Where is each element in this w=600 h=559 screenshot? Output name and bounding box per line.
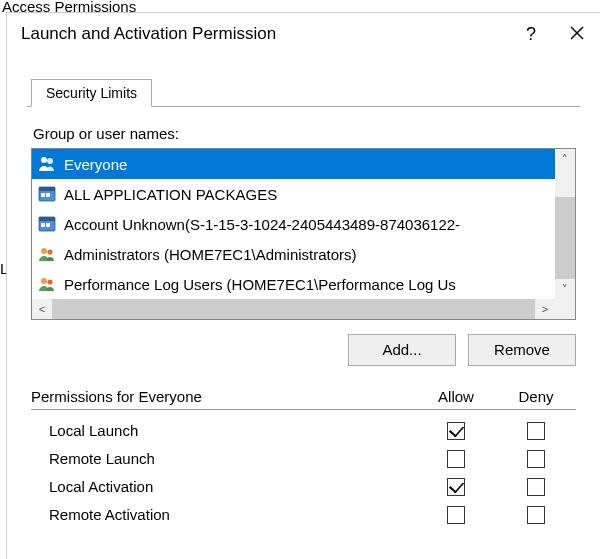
svg-rect-6 xyxy=(41,193,45,197)
deny-checkbox[interactable] xyxy=(527,506,545,524)
list-item[interactable]: Account Unknown(S-1-15-3-1024-2405443489… xyxy=(32,209,555,239)
svg-rect-7 xyxy=(46,193,50,197)
dialog-title: Launch and Activation Permission xyxy=(21,24,508,44)
permission-label: Remote Launch xyxy=(49,450,416,467)
allow-checkbox[interactable] xyxy=(447,478,465,496)
group-listbox[interactable]: EveryoneALL APPLICATION PACKAGESAccount … xyxy=(31,148,576,320)
permission-row: Local Launch xyxy=(31,416,576,444)
list-item-label: ALL APPLICATION PACKAGES xyxy=(64,186,277,203)
close-button[interactable] xyxy=(554,13,600,55)
horizontal-scrollbar[interactable]: < > xyxy=(32,299,555,319)
svg-point-3 xyxy=(47,158,53,164)
allow-checkbox[interactable] xyxy=(447,506,465,524)
list-item-label: Account Unknown(S-1-15-3-1024-2405443489… xyxy=(64,216,460,233)
list-item-label: Performance Log Users (HOME7EC1\Performa… xyxy=(64,276,456,293)
svg-rect-10 xyxy=(41,223,45,227)
tabstrip: Security Limits xyxy=(27,79,580,107)
permission-row: Remote Activation xyxy=(31,500,576,528)
scroll-corner xyxy=(555,299,575,319)
package-icon xyxy=(36,183,58,205)
permissions-header: Permissions for Everyone Allow Deny xyxy=(31,388,576,410)
hscroll-thumb[interactable] xyxy=(52,299,535,319)
group-label: Group or user names: xyxy=(33,125,580,142)
list-item-label: Administrators (HOME7EC1\Administrators) xyxy=(64,246,357,263)
users-icon xyxy=(36,243,58,265)
users-icon xyxy=(36,273,58,295)
scroll-left-icon[interactable]: < xyxy=(32,299,52,319)
svg-rect-5 xyxy=(39,187,55,191)
svg-point-13 xyxy=(47,249,52,254)
list-item-label: Everyone xyxy=(64,156,127,173)
permission-row: Local Activation xyxy=(31,472,576,500)
add-button[interactable]: Add... xyxy=(348,334,456,366)
svg-point-15 xyxy=(47,279,52,284)
permission-label: Local Launch xyxy=(49,422,416,439)
scroll-up-icon[interactable]: ˄ xyxy=(555,149,575,169)
package-icon xyxy=(36,213,58,235)
help-button[interactable]: ? xyxy=(508,13,554,55)
remove-button[interactable]: Remove xyxy=(468,334,576,366)
svg-point-14 xyxy=(41,278,47,284)
list-item[interactable]: Performance Log Users (HOME7EC1\Performa… xyxy=(32,269,555,299)
allow-header: Allow xyxy=(416,388,496,405)
dialog: Launch and Activation Permission ? Secur… xyxy=(6,12,600,559)
permission-label: Local Activation xyxy=(49,478,416,495)
permission-label: Remote Activation xyxy=(49,506,416,523)
tab-security-limits[interactable]: Security Limits xyxy=(31,79,152,107)
close-icon xyxy=(570,26,584,40)
deny-checkbox[interactable] xyxy=(527,478,545,496)
allow-checkbox[interactable] xyxy=(447,422,465,440)
allow-checkbox[interactable] xyxy=(447,450,465,468)
deny-checkbox[interactable] xyxy=(527,422,545,440)
permissions-for-label: Permissions for Everyone xyxy=(31,388,416,405)
permission-row: Remote Launch xyxy=(31,444,576,472)
scroll-right-icon[interactable]: > xyxy=(535,299,555,319)
vertical-scrollbar[interactable]: ˄ ˅ xyxy=(555,149,575,299)
scroll-thumb[interactable] xyxy=(555,197,575,279)
titlebar: Launch and Activation Permission ? xyxy=(7,13,600,55)
group-icon xyxy=(36,153,58,175)
svg-rect-11 xyxy=(46,223,50,227)
svg-rect-9 xyxy=(39,217,55,221)
svg-point-2 xyxy=(41,157,47,163)
list-item[interactable]: ALL APPLICATION PACKAGES xyxy=(32,179,555,209)
deny-checkbox[interactable] xyxy=(527,450,545,468)
scroll-down-icon[interactable]: ˅ xyxy=(555,279,575,299)
list-item[interactable]: Administrators (HOME7EC1\Administrators) xyxy=(32,239,555,269)
svg-point-12 xyxy=(41,248,47,254)
list-item[interactable]: Everyone xyxy=(32,149,555,179)
deny-header: Deny xyxy=(496,388,576,405)
